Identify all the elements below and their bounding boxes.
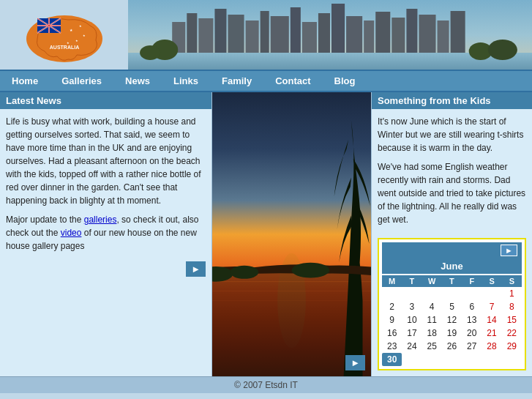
nav-contact[interactable]: Contact: [263, 71, 322, 91]
calendar-nav: ►: [382, 242, 522, 258]
calendar-day[interactable]: 16: [382, 327, 402, 340]
center-image: ►: [212, 92, 371, 376]
svg-rect-19: [187, 13, 197, 53]
calendar-day: [462, 353, 482, 366]
svg-text:★: ★: [75, 39, 78, 42]
left-panel-title: Latest News: [0, 92, 211, 109]
left-panel-next-btn[interactable]: ►: [186, 261, 206, 277]
nav-bar: Home Galleries News Links Family Contact…: [0, 70, 532, 92]
calendar-day[interactable]: 17: [402, 327, 422, 340]
calendar-day: [482, 287, 501, 300]
left-panel-nav: ►: [0, 258, 211, 280]
svg-text:★: ★: [79, 24, 82, 28]
svg-rect-28: [318, 13, 330, 53]
calendar-header-row: M T W T F S S: [382, 275, 522, 287]
svg-point-49: [230, 266, 258, 279]
kids-para2: We've had some English weather recently …: [378, 160, 526, 226]
calendar-week-row: 9101112131415: [382, 313, 522, 327]
calendar-day[interactable]: 7: [482, 300, 501, 313]
calendar-day[interactable]: 13: [462, 313, 482, 327]
svg-rect-21: [214, 9, 226, 53]
svg-point-39: [140, 45, 160, 60]
svg-text:AUSTRALIA: AUSTRALIA: [49, 45, 78, 50]
galleries-link[interactable]: galleries: [84, 215, 117, 225]
calendar-day[interactable]: 3: [402, 300, 422, 313]
calendar-week-row: 16171819202122: [382, 327, 522, 340]
calendar-week-row: 30: [382, 353, 522, 366]
right-panel: Something from the Kids It's now June wh…: [371, 92, 532, 376]
cal-th-s2: S: [502, 275, 522, 287]
calendar-week-row: 1: [382, 287, 522, 300]
cal-th-w: W: [422, 275, 442, 287]
calendar-day[interactable]: 14: [482, 313, 501, 327]
svg-rect-20: [198, 18, 213, 53]
svg-rect-31: [364, 20, 374, 53]
svg-rect-30: [346, 16, 362, 53]
calendar-week-row: 2345678: [382, 300, 522, 313]
calendar-day[interactable]: 8: [502, 300, 522, 313]
calendar-day: [422, 287, 442, 300]
nav-family[interactable]: Family: [210, 71, 263, 91]
cal-th-s1: S: [482, 275, 501, 287]
calendar-day[interactable]: 10: [402, 313, 422, 327]
calendar-day: [442, 287, 462, 300]
calendar-day[interactable]: 25: [422, 340, 442, 353]
nav-blog[interactable]: Blog: [323, 71, 367, 91]
svg-rect-29: [331, 4, 345, 53]
calendar-next-btn[interactable]: ►: [501, 245, 517, 256]
calendar-day[interactable]: 29: [502, 340, 522, 353]
calendar-day[interactable]: 20: [462, 327, 482, 340]
calendar-day[interactable]: 4: [422, 300, 442, 313]
cal-th-t2: T: [442, 275, 462, 287]
video-link[interactable]: video: [61, 228, 82, 238]
cal-th-t1: T: [402, 275, 422, 287]
calendar-day[interactable]: 12: [442, 313, 462, 327]
calendar-day[interactable]: 11: [422, 313, 442, 327]
calendar-day[interactable]: 18: [422, 327, 442, 340]
calendar-day[interactable]: 6: [462, 300, 482, 313]
nav-home[interactable]: Home: [0, 71, 50, 91]
calendar-day[interactable]: 23: [382, 340, 402, 353]
calendar-day[interactable]: 2: [382, 300, 402, 313]
cal-th-m: M: [382, 275, 402, 287]
calendar-table: M T W T F S S 12345678910111213141516171…: [382, 275, 522, 366]
calendar: ► June M T W T F S S 123456789101112131: [378, 238, 526, 370]
center-panel-next-btn[interactable]: ►: [345, 355, 365, 370]
calendar-day: [482, 353, 501, 366]
svg-text:★: ★: [83, 34, 86, 37]
calendar-day[interactable]: 27: [462, 340, 482, 353]
svg-point-41: [488, 40, 517, 60]
calendar-day[interactable]: 19: [442, 327, 462, 340]
calendar-day[interactable]: 28: [482, 340, 501, 353]
right-panel-title: Something from the Kids: [372, 92, 532, 109]
main-content: Latest News Life is busy what with work,…: [0, 92, 532, 376]
calendar-day[interactable]: 30: [382, 353, 402, 366]
calendar-day[interactable]: 22: [502, 327, 522, 340]
calendar-day[interactable]: 26: [442, 340, 462, 353]
news-para2: Major update to the galleries, so check …: [6, 213, 206, 253]
nav-news[interactable]: News: [113, 71, 162, 91]
calendar-day: [402, 287, 422, 300]
footer: © 2007 Etsdn IT: [0, 376, 532, 393]
calendar-day[interactable]: 21: [482, 327, 501, 340]
nav-galleries[interactable]: Galleries: [50, 71, 113, 91]
calendar-day[interactable]: 15: [502, 313, 522, 327]
calendar-day[interactable]: 5: [442, 300, 462, 313]
svg-rect-32: [375, 12, 390, 53]
svg-rect-34: [406, 9, 417, 53]
calendar-body: 1234567891011121314151617181920212223242…: [382, 287, 522, 366]
cal-th-f: F: [462, 275, 482, 287]
australia-logo: ★ ★ ★ ★ ★ AUSTRALIA: [17, 4, 112, 66]
calendar-day: [442, 353, 462, 366]
left-panel: Latest News Life is busy what with work,…: [0, 92, 212, 376]
calendar-day[interactable]: 1: [502, 287, 522, 300]
calendar-day[interactable]: 9: [382, 313, 402, 327]
nav-links[interactable]: Links: [162, 71, 210, 91]
svg-rect-24: [261, 11, 269, 53]
header-banner: [128, 0, 532, 70]
calendar-day: [382, 287, 402, 300]
calendar-day[interactable]: 24: [402, 340, 422, 353]
svg-rect-37: [451, 11, 465, 53]
copyright-text: © 2007 Etsdn IT: [234, 380, 298, 390]
svg-rect-25: [271, 16, 289, 53]
